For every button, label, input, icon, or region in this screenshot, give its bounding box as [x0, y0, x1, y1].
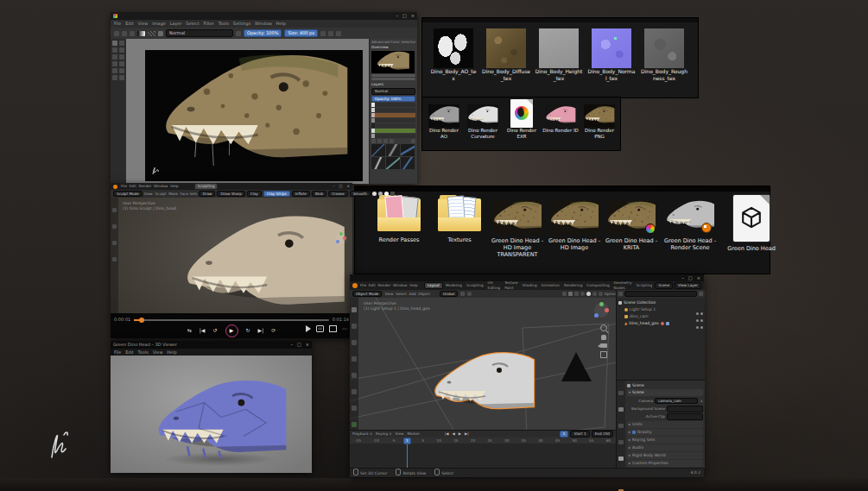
file-icon-dino-body-height[interactable]: Dino_Body_Height_tex — [535, 28, 583, 81]
layer-row[interactable] — [371, 129, 415, 133]
wrap-around-icon[interactable] — [336, 31, 341, 36]
krita-artboard[interactable] — [145, 50, 363, 181]
zoom-slider[interactable] — [371, 74, 415, 77]
timeline-ruler[interactable]: -15-10 -50 510 1520 2530 3540 4550 5560 — [350, 437, 616, 444]
close-icon[interactable]: × — [306, 342, 309, 348]
freehand-brush-tool[interactable] — [112, 41, 117, 46]
brush-preset[interactable] — [386, 144, 400, 156]
tab-shading[interactable]: Shading — [521, 283, 539, 288]
previous-frame-icon[interactable]: ◀ — [453, 431, 455, 437]
scene-section-header[interactable]: ▾ Scene — [627, 389, 703, 396]
sculpt-dino-model[interactable] — [161, 213, 352, 313]
outliner-row[interactable]: ▲ Dino_head_geo — [618, 320, 703, 327]
zoom-tool[interactable] — [119, 75, 124, 80]
move-tool[interactable] — [112, 54, 117, 60]
size-slider[interactable]: Size: 400 px — [284, 29, 318, 37]
layer-row[interactable] — [371, 113, 415, 117]
nav-gizmo[interactable] — [335, 232, 347, 244]
timeline-menus[interactable]: Playback ∨ Keying ∨ View Marker — [352, 431, 420, 437]
snap-magnet-icon[interactable] — [460, 292, 465, 296]
active-clip-value[interactable] — [667, 413, 703, 420]
view-select-add-object-menus[interactable]: View Select Add Object — [384, 292, 430, 297]
measure-tool-icon[interactable] — [352, 422, 357, 427]
open-doc-icon[interactable] — [122, 31, 127, 36]
camera-field-value[interactable]: camera_cam — [655, 398, 698, 405]
transform-tool[interactable] — [119, 54, 124, 60]
move-layer-down-button[interactable] — [390, 139, 394, 143]
layers-docker-title[interactable]: Layers — [371, 82, 415, 87]
brush-blob[interactable]: Blob — [312, 191, 326, 198]
minimize-icon[interactable]: – — [333, 184, 334, 189]
brush-draw-sharp[interactable]: Draw Sharp — [217, 191, 245, 198]
brush-smooth[interactable]: Smooth — [350, 191, 371, 198]
close-icon[interactable]: × — [411, 13, 415, 19]
overview-docker-title[interactable]: Overview — [371, 45, 415, 50]
transform-tool-icon[interactable] — [112, 241, 117, 245]
brush-preset[interactable] — [386, 157, 400, 169]
maximize-icon[interactable]: □ — [402, 13, 407, 19]
layer-row[interactable] — [371, 123, 415, 128]
wireframe-shading-icon[interactable] — [580, 292, 585, 296]
background-scene-value[interactable] — [667, 406, 703, 412]
new-doc-icon[interactable] — [114, 31, 119, 36]
minimize-icon[interactable]: – — [291, 342, 294, 348]
keying-sets-section[interactable]: ▸Keying Sets — [627, 437, 703, 444]
purple-dino-model[interactable] — [143, 378, 299, 468]
video-viewport[interactable]: User Perspective (1) Dino Sculpt | Dino_… — [111, 198, 352, 313]
dino-mesh-selected[interactable] — [432, 349, 535, 422]
file-icon-hd-image[interactable]: Green Dino Head - HD Image — [546, 200, 603, 251]
folder-icon-render-passes[interactable]: Render Passes — [371, 198, 428, 243]
frame-end-field[interactable]: End 250 — [592, 431, 613, 437]
file-icon-krita-file[interactable]: Green Dino Head - KRITA — [603, 200, 660, 251]
texture-panel-titlebar[interactable] — [422, 18, 698, 22]
show-overlays-icon[interactable] — [568, 292, 573, 296]
annotate-tool-icon[interactable] — [352, 406, 357, 411]
file-icon-render-scene[interactable]: Green Dino Head - Render Scene — [662, 198, 719, 251]
maximize-icon[interactable]: □ — [688, 275, 693, 281]
rotate-tool-icon[interactable] — [352, 356, 357, 362]
tool-props-tab[interactable] — [618, 391, 624, 395]
object-mode-select[interactable]: Object Mode — [352, 291, 382, 298]
brush-crease[interactable]: Crease — [328, 191, 347, 198]
clear-icon[interactable]: × — [700, 399, 703, 404]
rigid-body-world-section[interactable]: ▸Rigid Body World — [627, 452, 703, 459]
file-icon-dino-body-roughness[interactable]: Dino_Body_Roughness_tex — [640, 28, 688, 81]
maximize-icon[interactable]: □ — [297, 342, 301, 348]
close-icon[interactable]: × — [346, 184, 350, 189]
mode-select[interactable]: Sculpt Mode — [113, 191, 143, 198]
file-icon-dino-render-id[interactable]: Dino Render ID — [542, 104, 579, 134]
eraser-icon[interactable] — [236, 31, 241, 36]
next-frame-icon[interactable]: ▶| — [465, 431, 469, 437]
rotation-slider[interactable] — [371, 78, 415, 80]
gravity-checkbox[interactable] — [632, 431, 636, 434]
rectangle-tool[interactable] — [112, 47, 117, 53]
layer-row[interactable] — [371, 118, 415, 123]
audio-section[interactable]: ▸Audio — [627, 444, 703, 451]
file-icon-dino-body-ao[interactable]: Dino_Body_AO_tex — [429, 28, 478, 81]
frame-start-field[interactable]: Start 1 — [570, 431, 589, 437]
next-icon[interactable]: ▶| — [258, 327, 264, 334]
matcap-sphere-icon[interactable] — [378, 192, 383, 196]
minimize-icon[interactable]: – — [396, 13, 399, 19]
brush-tool-icon[interactable] — [158, 31, 163, 36]
blender-menubar[interactable]: File Edit Render Window Help — [360, 283, 418, 288]
delete-layer-button[interactable] — [411, 139, 415, 143]
ellipse-tool[interactable] — [119, 47, 124, 53]
nav-gizmo[interactable] — [594, 303, 609, 318]
disable-render-icon[interactable] — [700, 326, 703, 329]
sculpt-menus[interactable]: View Sculpt Mask Face Sets — [144, 192, 198, 197]
krita-canvas-area[interactable] — [126, 39, 369, 184]
current-frame-field[interactable]: 1 — [560, 431, 569, 437]
fill-tool[interactable] — [112, 61, 117, 66]
scene-select[interactable]: Scene — [655, 282, 673, 289]
viewer-viewport[interactable] — [111, 356, 312, 473]
outliner-display-mode-icon[interactable] — [618, 292, 623, 296]
tweak-tool-icon[interactable] — [112, 208, 117, 212]
file-icon-hd-image-transparent[interactable]: Green Dino Head - HD Image TRANSPARENT — [489, 200, 546, 258]
tab-scripting[interactable]: Scripting — [634, 283, 652, 288]
render-props-tab[interactable] — [618, 407, 624, 412]
tab-sculpting[interactable]: Sculpting — [465, 283, 485, 288]
mirror-icon[interactable] — [328, 31, 333, 36]
matcap-sphere-icon[interactable] — [372, 192, 377, 196]
select-box-tool-icon[interactable] — [352, 307, 357, 312]
